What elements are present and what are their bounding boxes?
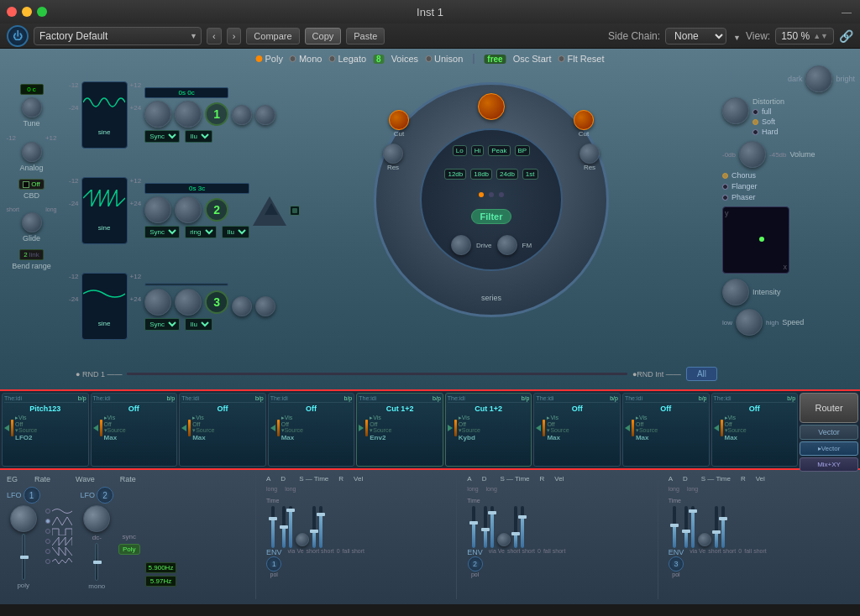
filter-12db-btn[interactable]: 12db [444, 169, 466, 180]
filter-cut2-knob[interactable] [574, 110, 594, 130]
wave-triangle[interactable] [45, 517, 72, 525]
speed-knob[interactable] [736, 309, 763, 336]
compare-button[interactable]: Compare [246, 28, 299, 44]
osc3-extra-knob[interactable] [255, 296, 275, 316]
link-icon[interactable]: 🔗 [839, 29, 853, 43]
filter-1st-btn[interactable]: 1st [522, 169, 538, 180]
mod-slot-8-via-val[interactable]: Off [636, 421, 707, 427]
env2-time-knob[interactable] [497, 533, 511, 546]
env1-time-knob[interactable] [296, 533, 309, 546]
env2-vel-handle[interactable] [518, 515, 527, 519]
nav-next-button[interactable]: › [227, 28, 242, 44]
osc1-coarse-knob[interactable] [144, 101, 171, 128]
tone-knob[interactable] [805, 65, 832, 92]
env1-s-track[interactable] [289, 506, 292, 548]
env2-r-handle[interactable] [511, 532, 520, 535]
xy-pad[interactable]: y x [722, 206, 789, 274]
wave-saw[interactable] [45, 537, 72, 546]
osc1-extra-knob[interactable] [255, 105, 275, 125]
filter-18db-btn[interactable]: 18db [470, 169, 492, 180]
osc1-fm-knob[interactable] [232, 105, 252, 125]
volume-knob[interactable] [739, 141, 766, 168]
side-chain-select[interactable]: None [665, 28, 726, 44]
mod-slot-8-source[interactable]: Max [636, 434, 707, 441]
lfo1-slider[interactable] [22, 534, 25, 580]
env3-d-handle[interactable] [682, 530, 690, 533]
lfo2-slider-handle[interactable] [93, 561, 102, 564]
filter-drive-knob[interactable] [451, 235, 471, 255]
filter-24db-btn[interactable]: 24db [496, 169, 518, 180]
mod-slot-5-source[interactable]: Env2 [370, 434, 441, 441]
filter-blend-knob[interactable] [478, 93, 505, 120]
osc2-wave-select[interactable]: Sync [144, 226, 180, 238]
poly-option[interactable]: Poly [255, 54, 282, 64]
env3-s-handle[interactable] [689, 509, 697, 513]
mod-slot-3-target[interactable]: Off [181, 404, 264, 414]
mod-slot-8-target[interactable]: Off [625, 404, 707, 414]
lfo2-rate-knob[interactable] [83, 505, 110, 532]
power-button[interactable]: ⏻ [7, 25, 29, 47]
filter-lo-btn[interactable]: Lo [453, 145, 467, 156]
osc3-fine-knob[interactable] [175, 289, 202, 316]
filter-bp-btn[interactable]: BP [515, 145, 531, 156]
osc2-sub-select[interactable]: IIu [222, 226, 249, 238]
wave-ramp[interactable] [45, 547, 72, 556]
copy-button[interactable]: Copy [305, 28, 342, 44]
all-box[interactable]: All [686, 367, 717, 381]
close-button[interactable] [7, 7, 17, 17]
mod-slot-5-via-val[interactable]: Off [370, 421, 441, 427]
mod-slot-3-source[interactable]: Max [192, 434, 264, 441]
mod-slot-1-via-val[interactable]: Off [15, 421, 87, 427]
env1-a-handle[interactable] [269, 517, 277, 520]
osc3-fm-knob[interactable] [232, 296, 252, 316]
mod-slot-4-via-val[interactable]: Off [281, 421, 353, 427]
intensity-knob[interactable] [722, 279, 749, 305]
mod-slot-3-via-val[interactable]: Off [192, 421, 264, 427]
osc1-fine-knob[interactable] [175, 101, 202, 128]
env1-d-track[interactable] [282, 506, 286, 548]
filter-hi-btn[interactable]: Hi [471, 145, 485, 156]
mod-slot-4-target[interactable]: Off [270, 404, 353, 414]
lfo2-slider[interactable] [95, 543, 98, 581]
distortion-knob[interactable] [722, 97, 749, 124]
vector-button[interactable]: Vector [800, 425, 858, 440]
osc3-mod-select[interactable]: IIu [185, 318, 212, 331]
nav-prev-button[interactable]: ‹ [207, 28, 222, 44]
wave-sine[interactable] [45, 507, 72, 515]
mod-slot-9-target[interactable]: Off [714, 404, 796, 414]
env3-s-track[interactable] [691, 506, 695, 548]
env2-d-handle[interactable] [481, 528, 490, 531]
filter-res1-knob[interactable] [383, 144, 403, 164]
glide-knob[interactable] [22, 212, 42, 232]
filter-fm-knob[interactable] [497, 235, 517, 255]
osc1-wave-select[interactable]: SyncSine [144, 130, 180, 143]
mod-slot-1-source[interactable]: LFO2 [15, 434, 87, 441]
env2-r-track[interactable] [514, 506, 517, 548]
osc3-wave-select[interactable]: Sync [144, 318, 180, 331]
env3-vel-track[interactable] [721, 506, 725, 548]
env1-vel-track[interactable] [319, 506, 322, 548]
preset-dropdown[interactable]: Factory Default [34, 27, 202, 45]
mod-slot-7-via-val[interactable]: Off [547, 421, 618, 427]
mod-slot-1-target[interactable]: Pitch123 [4, 404, 87, 414]
env2-d-track[interactable] [484, 506, 487, 548]
env1-r-track[interactable] [312, 506, 316, 548]
mod-slot-6-via-val[interactable]: Off [459, 421, 530, 427]
chorus-option[interactable]: Chorus [722, 171, 855, 180]
lfo1-rate-knob[interactable] [10, 505, 37, 532]
env3-a-handle[interactable] [670, 524, 679, 527]
mod-slot-2-via-val[interactable]: Off [104, 421, 176, 427]
distortion-soft[interactable]: Soft [752, 117, 784, 126]
mod-slot-4-source[interactable]: Max [281, 434, 353, 441]
filter-cut1-knob[interactable] [389, 110, 409, 130]
env2-s-handle[interactable] [488, 511, 496, 514]
mixxy-button[interactable]: Mix+XY [800, 457, 858, 472]
osc2-fine-knob[interactable] [175, 196, 202, 223]
filter-res2-knob[interactable] [579, 144, 600, 164]
env1-r-handle[interactable] [310, 530, 318, 533]
flanger-option[interactable]: Flanger [722, 182, 855, 191]
distortion-full[interactable]: full [752, 107, 784, 116]
env2-vel-track[interactable] [521, 506, 524, 548]
env2-a-track[interactable] [472, 506, 475, 548]
filter-peak-btn[interactable]: Peak [488, 145, 510, 156]
